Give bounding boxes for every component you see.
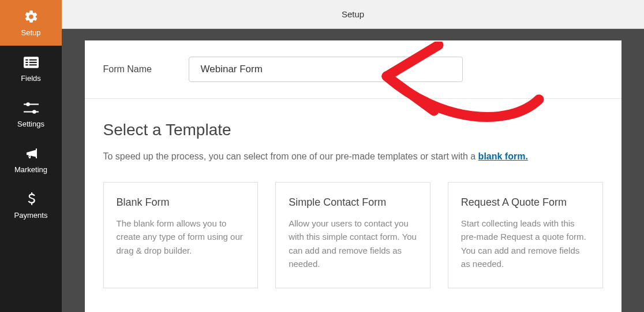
card-desc: Allow your users to contact you with thi… [289,217,417,270]
template-desc: To speed up the process, you can select … [103,150,603,164]
sidebar-item-marketing[interactable]: Marketing [0,137,62,183]
sliders-icon [23,100,39,116]
card-title: Blank Form [117,196,245,209]
template-section: Select a Template To speed up the proces… [85,99,621,300]
sidebar-item-label: Payments [14,211,48,220]
sidebar-item-label: Setup [21,28,41,37]
topbar: Setup [62,0,644,29]
sidebar-item-fields[interactable]: Fields [0,46,62,91]
form-name-label: Form Name [103,64,189,75]
sidebar-item-label: Marketing [14,165,47,174]
bullhorn-icon [23,146,39,162]
dollar-icon [23,191,39,207]
svg-rect-2 [25,62,28,63]
main-area: Setup Form Name Select a Template To spe… [62,0,644,312]
svg-rect-6 [29,64,36,65]
svg-rect-1 [25,60,28,61]
template-card-blank-form[interactable]: Blank Form The blank form allows you to … [103,182,259,288]
sidebar: Setup Fields Settings Marketing Payments [0,0,62,312]
card-desc: Start collecting leads with this pre-mad… [461,217,590,270]
svg-point-10 [32,110,36,114]
blank-form-link[interactable]: blank form. [478,151,528,161]
sidebar-item-label: Fields [21,74,41,83]
sidebar-item-settings[interactable]: Settings [0,91,62,137]
svg-rect-4 [29,60,36,61]
gear-icon [23,9,39,25]
sidebar-item-label: Settings [17,120,44,128]
template-desc-text: To speed up the process, you can select … [103,151,478,161]
form-name-input[interactable] [189,57,463,82]
svg-rect-3 [25,64,28,65]
content-wrap: Form Name Select a Template To speed up … [62,29,644,312]
card-desc: The blank form allows you to create any … [117,217,245,257]
svg-point-8 [26,102,30,106]
form-name-row: Form Name [85,40,621,99]
card-title: Request A Quote Form [461,196,590,209]
card-title: Simple Contact Form [289,196,417,209]
svg-rect-5 [29,62,36,63]
template-cards: Blank Form The blank form allows you to … [103,182,603,288]
page-title: Setup [342,9,364,19]
template-card-simple-contact[interactable]: Simple Contact Form Allow your users to … [275,182,430,288]
list-icon [23,54,39,70]
sidebar-item-payments[interactable]: Payments [0,183,62,228]
setup-panel: Form Name Select a Template To speed up … [85,40,621,312]
template-title: Select a Template [103,121,603,139]
template-card-request-quote[interactable]: Request A Quote Form Start collecting le… [448,182,603,288]
sidebar-item-setup[interactable]: Setup [0,0,62,46]
